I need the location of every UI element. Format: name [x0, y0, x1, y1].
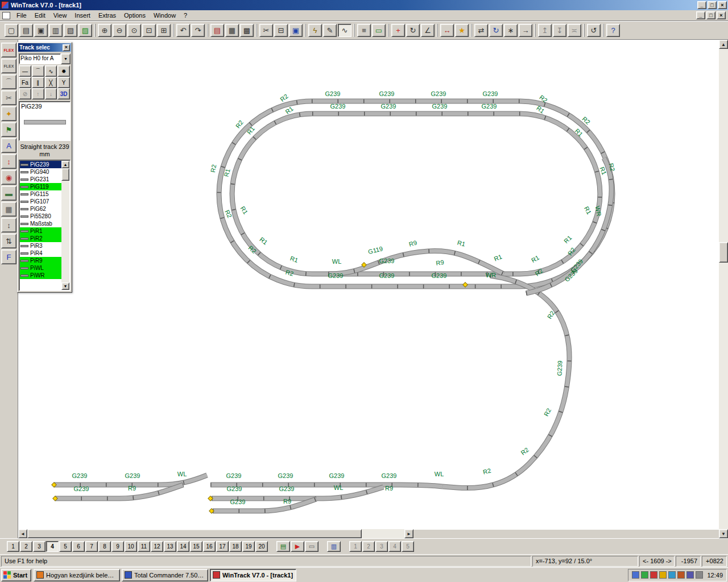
- split-track-button[interactable]: ↻: [406, 24, 420, 37]
- tray-update-icon[interactable]: [677, 571, 685, 579]
- insert-node-button[interactable]: ∗: [504, 24, 518, 37]
- page-tab-12[interactable]: 12: [151, 541, 163, 552]
- track-item-pig239[interactable]: PiG239: [20, 161, 61, 168]
- vertical-scrollbar[interactable]: ▲ ▼: [719, 40, 728, 538]
- page-tab-18[interactable]: 18: [229, 541, 242, 552]
- print-preview-button[interactable]: ▧: [64, 24, 77, 37]
- view-layout-button[interactable]: ▤: [276, 541, 290, 552]
- taskbar-task-3[interactable]: WinTrack V7.0 - [track1]: [210, 569, 296, 581]
- connect-tracks-button[interactable]: +: [391, 24, 405, 37]
- menu-view[interactable]: View: [49, 11, 71, 20]
- extend-track-button[interactable]: →: [519, 24, 532, 37]
- mdi-close-button[interactable]: ×: [717, 11, 726, 19]
- straight-track-button[interactable]: —: [19, 65, 31, 77]
- photo-track-button[interactable]: Fa: [19, 77, 31, 88]
- track-item-pir3[interactable]: PiR3: [20, 242, 61, 250]
- track-item-pig940[interactable]: PiG940: [20, 168, 61, 176]
- paste-button[interactable]: ▣: [289, 24, 303, 37]
- page-tab-17[interactable]: 17: [216, 541, 229, 552]
- zoom-100-button[interactable]: ⊙: [127, 24, 141, 37]
- crossing-track-button[interactable]: ╳: [45, 77, 57, 88]
- outer-loop-track[interactable]: [219, 101, 613, 286]
- refresh-button[interactable]: ↺: [587, 24, 601, 37]
- tray-display-icon[interactable]: [632, 571, 639, 579]
- menu-file[interactable]: File: [13, 11, 31, 20]
- track-item-pir1[interactable]: PiR1: [20, 227, 61, 235]
- tray-language-icon[interactable]: [686, 571, 694, 579]
- draw-button[interactable]: ✎: [323, 24, 337, 37]
- copy-button[interactable]: ⊟: [274, 24, 288, 37]
- page-tab-10[interactable]: 10: [125, 541, 137, 552]
- page-tab-6[interactable]: 6: [72, 541, 85, 552]
- menu-insert[interactable]: Insert: [71, 11, 94, 20]
- page-tab-8[interactable]: 8: [98, 541, 111, 552]
- parallel-track-button[interactable]: ∥: [32, 77, 44, 88]
- outer-loop-track[interactable]: [219, 101, 613, 286]
- grid-button[interactable]: ▦: [225, 24, 239, 37]
- menu-extras[interactable]: Extras: [94, 11, 120, 20]
- view-blue-page-button[interactable]: ▥: [327, 541, 341, 552]
- page-tab-13[interactable]: 13: [164, 541, 176, 552]
- track-item-pig115[interactable]: PiG115: [20, 190, 61, 198]
- small-dimension-tool-button[interactable]: ↕: [1, 154, 16, 169]
- part-list-button[interactable]: ▤: [210, 24, 224, 37]
- rotate-part-button[interactable]: ↻: [489, 24, 503, 37]
- electric-button[interactable]: ϟ: [308, 24, 322, 37]
- gradient-tool-button[interactable]: ⇅: [1, 234, 16, 248]
- track-item-piwr[interactable]: PiWR: [20, 272, 61, 279]
- open-button[interactable]: ▤: [19, 24, 33, 37]
- grid-fine-button[interactable]: ▩: [240, 24, 254, 37]
- siding-mid-1-track[interactable]: [210, 485, 442, 487]
- cut-track-tool-button[interactable]: ✂: [1, 90, 16, 105]
- scroll-right-button[interactable]: ►: [404, 529, 413, 538]
- level-up-button[interactable]: ↥: [538, 24, 552, 37]
- track-item-pir4[interactable]: PiR4: [20, 250, 61, 257]
- export-image-button[interactable]: ▨: [78, 24, 92, 37]
- flex-track-red-button[interactable]: FLEX: [1, 43, 16, 57]
- branch-line-track[interactable]: [442, 276, 569, 488]
- f-tool-button[interactable]: F: [1, 250, 16, 264]
- list-scroll-thumb[interactable]: [61, 168, 69, 181]
- flex-curve-button[interactable]: ∿: [338, 24, 351, 37]
- track-list-scrollbar[interactable]: ▲ ▼: [61, 161, 69, 290]
- track-item-pir2[interactable]: PiR2: [20, 235, 61, 242]
- view-signals-button[interactable]: ▶: [291, 541, 304, 552]
- view-3d-button[interactable]: 3D: [57, 88, 70, 99]
- level-down-button[interactable]: ↧: [553, 24, 566, 37]
- taskbar-task-2[interactable]: Total Commander 7.50a ...: [122, 569, 208, 581]
- list-scroll-down-button[interactable]: ▼: [61, 282, 69, 290]
- zoom-out-button[interactable]: ⊖: [113, 24, 126, 37]
- levels-button[interactable]: ≍: [568, 24, 581, 37]
- mdi-restore-button[interactable]: □: [706, 11, 715, 19]
- color-palette-tool-button[interactable]: ◉: [1, 170, 16, 185]
- print-button[interactable]: ▥: [49, 24, 63, 37]
- page-tab-7[interactable]: 7: [85, 541, 98, 552]
- undo-button[interactable]: ↶: [176, 24, 190, 37]
- paint-roller-tool-button[interactable]: ▬: [1, 186, 16, 201]
- move-part-button[interactable]: ⇄: [474, 24, 488, 37]
- track-system-dropdown[interactable]: Piko H0 for A ▼: [19, 53, 71, 64]
- page-tab-5[interactable]: 5: [59, 541, 72, 552]
- track-item-maßstab[interactable]: Maßstab: [20, 220, 61, 227]
- menu-help[interactable]: ?: [180, 11, 191, 20]
- list-scroll-track[interactable]: [61, 181, 69, 282]
- curve-tool-button[interactable]: ⌒: [1, 74, 16, 89]
- track-item-pig62[interactable]: PiG62: [20, 205, 61, 213]
- option-1-button[interactable]: ⊘: [19, 88, 31, 99]
- start-button[interactable]: Start: [1, 569, 31, 581]
- flag-note-tool-button[interactable]: ⚑: [1, 122, 16, 137]
- close-button[interactable]: ×: [718, 1, 727, 9]
- cut-button[interactable]: ✂: [259, 24, 273, 37]
- tray-network-icon[interactable]: [668, 571, 676, 579]
- option-3-button[interactable]: ↓: [45, 88, 57, 99]
- zoom-in-button[interactable]: ⊕: [98, 24, 111, 37]
- track-plan-drawing[interactable]: G239G239G239G239R2R2G239G239G239G239R1R1…: [18, 40, 719, 529]
- horizontal-scroll-track[interactable]: [362, 529, 404, 538]
- segment-list-button[interactable]: ≡: [357, 24, 371, 37]
- text-tool-button[interactable]: A: [1, 138, 16, 153]
- redo-button[interactable]: ↷: [191, 24, 205, 37]
- restore-button[interactable]: □: [708, 1, 717, 9]
- page-tab-19[interactable]: 19: [242, 541, 255, 552]
- tray-volume-icon[interactable]: [641, 571, 648, 579]
- list-scroll-up-button[interactable]: ▲: [61, 161, 69, 168]
